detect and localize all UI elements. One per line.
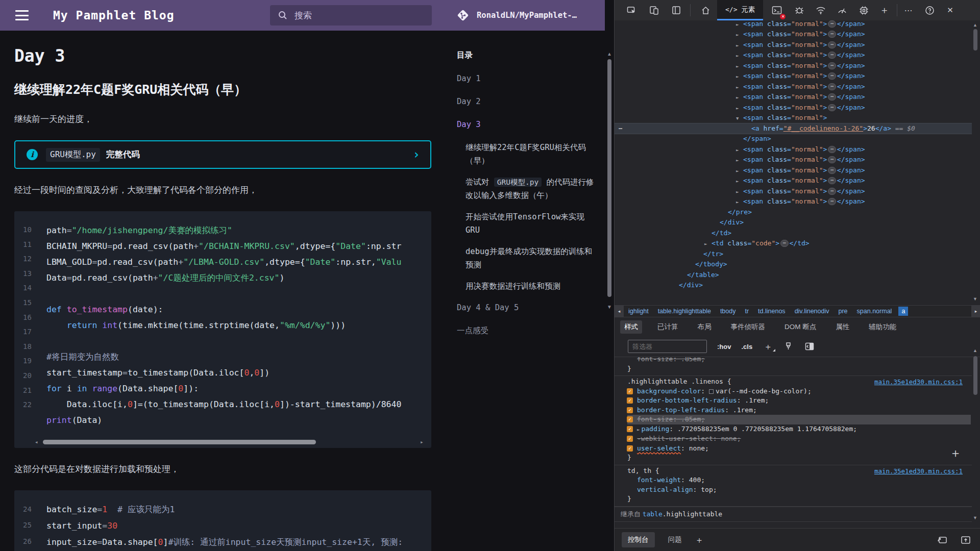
paint-brush-icon[interactable]	[780, 339, 796, 354]
toc-item[interactable]: Day 1	[457, 72, 596, 85]
css-property[interactable]: font-weight: 400;	[627, 475, 972, 485]
dom-tree-row[interactable]: </span>	[615, 134, 972, 144]
code-horizontal-scrollbar[interactable]: ◂ ▸	[35, 439, 426, 445]
expand-arrow-icon[interactable]: ►	[637, 425, 640, 435]
expand-arrow-icon[interactable]: ►	[736, 145, 743, 156]
collapsed-content-icon[interactable]: ⋯	[828, 167, 836, 174]
dom-tree-row[interactable]: </div>	[615, 217, 972, 228]
toc-item[interactable]: Day 3	[457, 118, 596, 131]
dom-tree-row[interactable]: </td>	[615, 228, 972, 239]
dom-tree-row[interactable]: ►<span class="normal">⋯</span>	[615, 92, 972, 103]
dom-tree-row[interactable]: </pre>	[615, 207, 972, 218]
scroll-down-icon[interactable]: ▼	[607, 304, 612, 310]
dom-tree-row[interactable]: ►<span class="normal">⋯</span>	[615, 61, 972, 71]
toc-item[interactable]: 一点感受	[457, 324, 596, 337]
toc-item[interactable]: 开始尝试使用TensorFlow来实现GRU	[457, 210, 596, 237]
expand-arrow-icon[interactable]: ►	[736, 155, 743, 166]
css-property[interactable]: ✓background-color: var(--md-code-bg-colo…	[627, 387, 972, 396]
dom-tree-row[interactable]: ⋯<a href="#__codelineno-1-26">26</a> == …	[615, 123, 972, 134]
dom-tree-row[interactable]: ►<span class="normal">⋯</span>	[615, 29, 972, 40]
dom-tree-row[interactable]: </table>	[615, 270, 972, 281]
tab-console[interactable]: 控制台	[622, 532, 655, 547]
breadcrumb-item[interactable]: td.linenos	[758, 308, 786, 315]
styles-filter-input[interactable]	[628, 340, 707, 353]
property-checkbox[interactable]: ✓	[627, 397, 633, 404]
css-property[interactable]: ✓-webkit-user-select: none;	[627, 434, 972, 444]
collapsed-content-icon[interactable]: ⋯	[828, 72, 836, 80]
collapsed-content-icon[interactable]: ⋯	[780, 240, 788, 247]
dom-tree-scrollbar[interactable]: ▲ ▼	[972, 20, 979, 305]
scrollbar-thumb[interactable]	[43, 440, 316, 444]
css-property[interactable]: font-size: .85em;	[627, 357, 972, 364]
dom-tree-row[interactable]: ►<span class="normal">⋯</span>	[615, 196, 972, 207]
scroll-down-icon[interactable]: ▼	[973, 296, 977, 302]
dom-tree-row[interactable]: ►<span class="normal">⋯</span>	[615, 71, 972, 82]
toc-item[interactable]: debug并最终成功实现数据的训练和预测	[457, 245, 596, 271]
breadcrumb-item[interactable]: tr	[745, 308, 749, 315]
hover-state-button[interactable]: :hov	[717, 343, 731, 350]
toc-item[interactable]: 用决赛数据进行训练和预测	[457, 280, 596, 293]
breadcrumb-item[interactable]: ighlight	[628, 308, 649, 315]
expand-arrow-icon[interactable]: ►	[736, 166, 743, 177]
debugger-icon[interactable]	[792, 3, 807, 18]
dom-tree-row[interactable]: ►<span class="normal">⋯</span>	[615, 82, 972, 92]
expand-arrow-icon[interactable]: ►	[736, 51, 743, 61]
scroll-down-icon[interactable]: ▼	[973, 515, 977, 520]
scroll-right-icon[interactable]: ▸	[420, 439, 426, 445]
collapsed-content-icon[interactable]: ⋯	[828, 198, 836, 205]
device-emulation-icon[interactable]	[646, 3, 662, 18]
tab-elements[interactable]: </> 元素	[717, 0, 763, 20]
home-icon[interactable]	[698, 3, 713, 18]
scroll-up-icon[interactable]: ▲	[607, 51, 612, 57]
dom-gutter-more-icon[interactable]: ⋯	[619, 123, 623, 134]
console-icon[interactable]: ✕	[769, 3, 785, 18]
scroll-up-icon[interactable]: ▲	[973, 22, 977, 28]
tab-panel[interactable]: 辅助功能	[865, 320, 900, 334]
collapse-arrow-icon[interactable]: ▼	[736, 113, 743, 124]
property-checkbox[interactable]: ✓	[627, 407, 633, 413]
dom-tree-row[interactable]: </tbody>	[615, 259, 972, 270]
stylesheet-link[interactable]: main.35e1ed30.min.css:1	[874, 378, 963, 387]
add-style-rule-button[interactable]: ＋	[949, 445, 962, 461]
collapsed-content-icon[interactable]: ⋯	[828, 31, 836, 38]
toc-item[interactable]: Day 2	[457, 95, 596, 108]
tab-issues[interactable]: 问题	[662, 532, 688, 547]
search-input[interactable]: 搜索	[270, 5, 432, 26]
collapsed-content-icon[interactable]: ⋯	[828, 177, 836, 184]
network-icon[interactable]	[813, 3, 828, 18]
expand-arrow-icon[interactable]: ►	[736, 92, 743, 103]
close-icon[interactable]: ✕	[942, 3, 958, 18]
computed-panel-icon[interactable]	[802, 339, 817, 354]
breadcrumb-item[interactable]: pre	[839, 308, 848, 315]
collapsed-content-icon[interactable]: ⋯	[828, 104, 836, 111]
add-drawer-tab-button[interactable]: ＋	[695, 534, 704, 546]
collapsed-content-icon[interactable]: ⋯	[828, 83, 836, 90]
css-property[interactable]: ✓border-bottom-left-radius: .1rem;	[627, 396, 972, 406]
scroll-left-icon[interactable]: ◂	[35, 439, 41, 445]
tab-panel[interactable]: 事件侦听器	[727, 320, 770, 334]
dom-tree-row[interactable]: </div>	[615, 280, 972, 291]
dom-tree-row[interactable]: ►<td class="code">⋯</td>	[615, 238, 972, 249]
breadcrumb-prev-icon[interactable]: ◂	[615, 306, 624, 317]
expand-arrow-icon[interactable]: ►	[736, 21, 743, 28]
expand-arrow-icon[interactable]: ►	[736, 197, 743, 208]
new-style-rule-button[interactable]: ＋	[764, 341, 772, 353]
toc-item[interactable]: Day 4 & Day 5	[457, 301, 596, 314]
scrollbar-thumb[interactable]	[973, 356, 977, 395]
collapsed-content-icon[interactable]: ⋯	[828, 93, 836, 101]
collapsed-content-icon[interactable]: ⋯	[828, 156, 836, 163]
page-scrollbar[interactable]: ▲ ▼	[605, 0, 614, 551]
info-admonition[interactable]: i GRU模型.py 完整代码 ›	[14, 140, 431, 169]
scroll-up-icon[interactable]: ▲	[973, 348, 977, 353]
collapsed-content-icon[interactable]: ⋯	[828, 52, 836, 59]
breadcrumb-item[interactable]: table.highlighttable	[658, 308, 711, 315]
property-checkbox[interactable]: ✓	[627, 416, 633, 422]
expand-arrow-icon[interactable]: ►	[736, 187, 743, 197]
color-swatch-icon[interactable]	[709, 389, 714, 394]
add-tool-icon[interactable]: ＋	[876, 3, 892, 18]
breadcrumb-item[interactable]: div.linenodiv	[795, 308, 829, 315]
breadcrumb-item[interactable]: span.normal	[857, 308, 892, 315]
memory-icon[interactable]	[856, 3, 871, 18]
collapsed-content-icon[interactable]: ⋯	[828, 188, 836, 195]
tab-panel[interactable]: 布局	[694, 320, 716, 334]
